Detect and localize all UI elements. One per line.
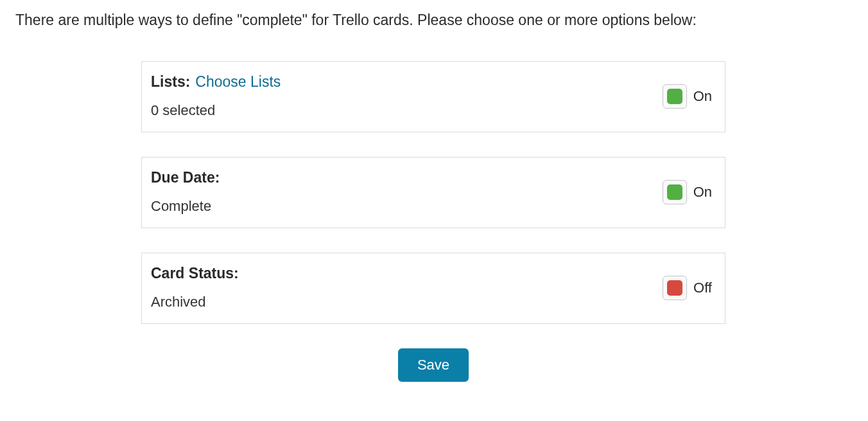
option-due-date-title-row: Due Date: (151, 169, 220, 186)
option-due-date-left: Due Date: Complete (151, 169, 220, 215)
option-card-status-title: Card Status: (151, 265, 239, 282)
option-card-status-toggle[interactable] (663, 276, 687, 300)
option-due-date-toggle-wrap: On (663, 180, 712, 204)
choose-lists-link[interactable]: Choose Lists (195, 73, 281, 91)
option-lists-value: 0 selected (151, 102, 281, 119)
option-card-status: Card Status: Archived Off (141, 253, 725, 324)
option-lists-toggle-wrap: On (663, 84, 712, 109)
option-lists-left: Lists: Choose Lists 0 selected (151, 73, 281, 119)
option-due-date-title: Due Date: (151, 169, 220, 186)
instruction-text: There are multiple ways to define "compl… (0, 12, 868, 29)
save-row: Save (141, 348, 725, 382)
option-due-date-value: Complete (151, 198, 220, 215)
option-card-status-value: Archived (151, 294, 239, 310)
option-card-status-title-row: Card Status: (151, 265, 239, 282)
option-lists-title: Lists: (151, 73, 190, 91)
option-card-status-toggle-wrap: Off (663, 276, 712, 300)
option-card-status-toggle-label: Off (693, 280, 712, 296)
option-lists-toggle[interactable] (663, 84, 687, 109)
option-lists: Lists: Choose Lists 0 selected On (141, 61, 725, 132)
option-due-date-toggle-label: On (693, 184, 712, 201)
toggle-off-icon (667, 280, 682, 296)
save-button[interactable]: Save (398, 348, 469, 382)
option-lists-toggle-label: On (693, 88, 712, 105)
options-container: Lists: Choose Lists 0 selected On Due Da… (141, 61, 725, 382)
option-due-date: Due Date: Complete On (141, 157, 725, 228)
toggle-on-icon (667, 184, 682, 200)
option-card-status-left: Card Status: Archived (151, 265, 239, 310)
option-due-date-toggle[interactable] (663, 180, 687, 204)
option-lists-title-row: Lists: Choose Lists (151, 73, 281, 91)
toggle-on-icon (667, 89, 682, 104)
